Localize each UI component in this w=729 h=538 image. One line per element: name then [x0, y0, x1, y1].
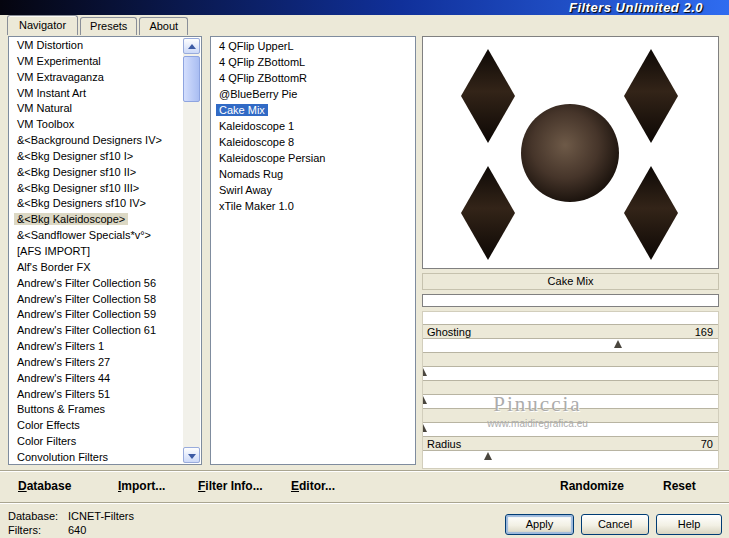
- scrollbar-thumb[interactable]: [183, 56, 200, 102]
- category-list-item[interactable]: Alf's Border FX: [10, 260, 183, 276]
- category-label: &<Bkg Designer sf10 II>: [14, 166, 139, 178]
- param-row: [423, 380, 718, 408]
- category-label: [AFS IMPORT]: [14, 245, 93, 257]
- category-list-item[interactable]: Andrew's Filters 44: [10, 371, 183, 387]
- category-list-item[interactable]: Andrew's Filters 1: [10, 339, 183, 355]
- category-list-item[interactable]: VM Experimental: [10, 54, 183, 70]
- filter-list-item[interactable]: Kaleidoscope Persian: [212, 150, 414, 166]
- param-slider-thumb[interactable]: [484, 452, 492, 460]
- param-label-bar: [423, 408, 718, 423]
- command-item[interactable]: Randomize: [560, 479, 624, 493]
- filter-list-item[interactable]: @BlueBerry Pie: [212, 86, 414, 102]
- category-label: &<Bkg Designers sf10 IV>: [14, 197, 149, 209]
- category-list-item[interactable]: Andrew's Filter Collection 56: [10, 276, 183, 292]
- param-slider-thumb[interactable]: [422, 368, 427, 376]
- filter-list-item[interactable]: xTile Maker 1.0: [212, 198, 414, 214]
- category-list-item[interactable]: Color Effects: [10, 418, 183, 434]
- param-slider-track[interactable]: [423, 451, 718, 464]
- filter-label: Kaleidoscope Persian: [216, 152, 328, 164]
- category-list-item[interactable]: &<Bkg Kaleidoscope>: [10, 212, 183, 228]
- category-label: Andrew's Filters 27: [14, 356, 113, 368]
- category-list-item[interactable]: &<Bkg Designer sf10 I>: [10, 149, 183, 165]
- filter-label: xTile Maker 1.0: [216, 200, 297, 212]
- category-label: Buttons & Frames: [14, 403, 108, 415]
- param-slider-track[interactable]: [423, 423, 718, 436]
- category-list-item[interactable]: VM Instant Art: [10, 86, 183, 102]
- filter-label: Cake Mix: [216, 104, 268, 116]
- preview-pane[interactable]: [422, 36, 719, 269]
- filter-list-item[interactable]: 4 QFlip ZBottomR: [212, 70, 414, 86]
- param-slider-track[interactable]: [423, 339, 718, 352]
- param-label-bar: Radius 70: [423, 436, 718, 451]
- category-label: Color Effects: [14, 419, 83, 431]
- filter-list-item[interactable]: Swirl Away: [212, 182, 414, 198]
- param-slider-track[interactable]: [423, 395, 718, 408]
- category-label: Alf's Border FX: [14, 261, 94, 273]
- category-label: &<Bkg Kaleidoscope>: [14, 213, 128, 225]
- param-label-bar: [423, 380, 718, 395]
- filter-label: 4 QFlip ZBottomR: [216, 72, 310, 84]
- category-label: &<Sandflower Specials*v°>: [14, 229, 154, 241]
- filter-list-item[interactable]: Kaleidoscope 1: [212, 118, 414, 134]
- category-label: Andrew's Filter Collection 58: [14, 293, 159, 305]
- filter-list-item[interactable]: 4 QFlip UpperL: [212, 38, 414, 54]
- category-label: Andrew's Filter Collection 59: [14, 308, 159, 320]
- category-list-item[interactable]: Buttons & Frames: [10, 402, 183, 418]
- param-value: 70: [701, 438, 713, 451]
- filter-list-item[interactable]: Cake Mix: [212, 102, 414, 118]
- command-label: Reset: [663, 479, 696, 493]
- filter-list-item[interactable]: Nomads Rug: [212, 166, 414, 182]
- scrollbar-down-button[interactable]: [183, 447, 200, 463]
- category-list-item[interactable]: VM Extravaganza: [10, 70, 183, 86]
- category-list-item[interactable]: VM Natural: [10, 101, 183, 117]
- scrollbar-up-button[interactable]: [183, 38, 200, 54]
- separator: [0, 502, 729, 504]
- title-bar: Filters Unlimited 2.0: [0, 0, 729, 15]
- param-slider-thumb[interactable]: [422, 424, 427, 432]
- category-list-item[interactable]: VM Distortion: [10, 38, 183, 54]
- filter-list-item[interactable]: 4 QFlip ZBottomL: [212, 54, 414, 70]
- category-list-item[interactable]: &<Background Designers IV>: [10, 133, 183, 149]
- command-label: mport...: [121, 479, 165, 493]
- command-item[interactable]: Import...: [118, 479, 165, 493]
- category-list-item[interactable]: Andrew's Filters 27: [10, 355, 183, 371]
- tab-presets[interactable]: Presets: [80, 17, 137, 35]
- category-list-item[interactable]: [AFS IMPORT]: [10, 244, 183, 260]
- tab-navigator[interactable]: Navigator: [7, 15, 78, 35]
- category-list-item[interactable]: Andrew's Filter Collection 58: [10, 292, 183, 308]
- tab-about[interactable]: About: [139, 17, 188, 35]
- category-list-item[interactable]: &<Bkg Designer sf10 III>: [10, 181, 183, 197]
- param-slider-thumb[interactable]: [614, 340, 622, 348]
- tab-strip: Navigator Presets About: [7, 15, 190, 35]
- command-item[interactable]: Reset: [663, 479, 696, 493]
- param-name: Ghosting: [427, 326, 471, 339]
- command-item[interactable]: Editor...: [291, 479, 335, 493]
- category-list-item[interactable]: Color Filters: [10, 434, 183, 450]
- cancel-button[interactable]: Cancel: [581, 514, 649, 535]
- window-title: Filters Unlimited 2.0: [569, 0, 703, 15]
- apply-button[interactable]: Apply: [505, 514, 574, 535]
- filter-label: Kaleidoscope 1: [216, 120, 297, 132]
- category-label: &<Bkg Designer sf10 III>: [14, 182, 142, 194]
- category-list-item[interactable]: VM Toolbox: [10, 117, 183, 133]
- param-slider-thumb[interactable]: [422, 396, 427, 404]
- help-button[interactable]: Help: [656, 514, 722, 535]
- category-list-item[interactable]: &<Bkg Designer sf10 II>: [10, 165, 183, 181]
- scrollbar-track[interactable]: [183, 38, 200, 463]
- category-list-item[interactable]: Convolution Filters: [10, 450, 183, 463]
- param-slider-track[interactable]: [423, 367, 718, 380]
- category-list-item[interactable]: &<Bkg Designers sf10 IV>: [10, 196, 183, 212]
- filter-list-item[interactable]: Kaleidoscope 8: [212, 134, 414, 150]
- command-item[interactable]: Filter Info...: [198, 479, 263, 493]
- command-item[interactable]: Database: [18, 479, 71, 493]
- filter-listbox: 4 QFlip UpperL 4 QFlip ZBottomL 4 QFlip …: [210, 36, 416, 465]
- category-listbox: VM Distortion VM Experimental VM Extrava…: [8, 36, 202, 465]
- status-filters-label: Filters:: [8, 524, 41, 536]
- circle-shape: [521, 104, 619, 202]
- category-list-item[interactable]: Andrew's Filters 51: [10, 387, 183, 403]
- param-row: Ghosting 169: [423, 324, 718, 352]
- filter-label: Swirl Away: [216, 184, 275, 196]
- category-list-item[interactable]: Andrew's Filter Collection 61: [10, 323, 183, 339]
- category-list-item[interactable]: Andrew's Filter Collection 59: [10, 307, 183, 323]
- category-list-item[interactable]: &<Sandflower Specials*v°>: [10, 228, 183, 244]
